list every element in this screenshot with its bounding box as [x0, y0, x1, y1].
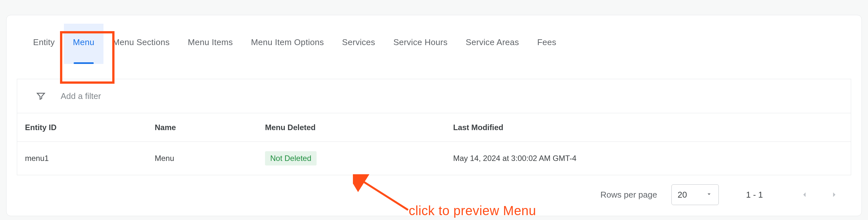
- tab-bar: Entity Menu Menu Sections Menu Items Men…: [6, 15, 862, 64]
- cell-entity-id: menu1: [25, 154, 155, 163]
- table-header-row: Entity ID Name Menu Deleted Last Modifie…: [17, 113, 851, 142]
- cell-deleted: Not Deleted: [265, 151, 453, 165]
- page-root: Entity Menu Menu Sections Menu Items Men…: [0, 0, 868, 220]
- col-header-entity-id[interactable]: Entity ID: [25, 123, 155, 132]
- annotation-text: click to preview Menu: [409, 203, 536, 218]
- not-deleted-badge: Not Deleted: [265, 151, 317, 165]
- filter-icon: [36, 91, 46, 101]
- pagination-range: 1 - 1: [746, 190, 763, 200]
- tab-services[interactable]: Services: [333, 24, 384, 64]
- tab-menu[interactable]: Menu: [64, 24, 103, 64]
- filter-bar[interactable]: Add a filter: [17, 79, 851, 113]
- prev-page-button[interactable]: [797, 187, 812, 202]
- rows-per-page-select[interactable]: 20: [672, 184, 719, 205]
- rows-per-page-label: Rows per page: [600, 190, 657, 200]
- tab-menu-items[interactable]: Menu Items: [179, 24, 242, 64]
- cell-last-modified: May 14, 2024 at 3:00:02 AM GMT-4: [453, 154, 843, 163]
- dropdown-icon: [706, 190, 713, 200]
- rows-per-page-value: 20: [678, 190, 687, 200]
- card: Entity Menu Menu Sections Menu Items Men…: [6, 15, 862, 216]
- col-header-last-modified[interactable]: Last Modified: [453, 123, 843, 132]
- tab-menu-sections[interactable]: Menu Sections: [103, 24, 179, 64]
- table-row[interactable]: menu1 Menu Not Deleted May 14, 2024 at 3…: [17, 142, 851, 175]
- tab-entity[interactable]: Entity: [24, 24, 64, 64]
- next-page-button[interactable]: [827, 187, 842, 202]
- tab-service-areas[interactable]: Service Areas: [457, 24, 528, 64]
- pagination-bar: Rows per page 20 1 - 1: [6, 175, 862, 205]
- tab-fees[interactable]: Fees: [528, 24, 565, 64]
- tab-service-hours[interactable]: Service Hours: [384, 24, 457, 64]
- col-header-name[interactable]: Name: [155, 123, 265, 132]
- filter-placeholder: Add a filter: [61, 91, 101, 101]
- tab-menu-item-options[interactable]: Menu Item Options: [242, 24, 333, 64]
- col-header-menu-deleted[interactable]: Menu Deleted: [265, 123, 453, 132]
- cell-name: Menu: [155, 154, 265, 163]
- table: Entity ID Name Menu Deleted Last Modifie…: [17, 113, 851, 175]
